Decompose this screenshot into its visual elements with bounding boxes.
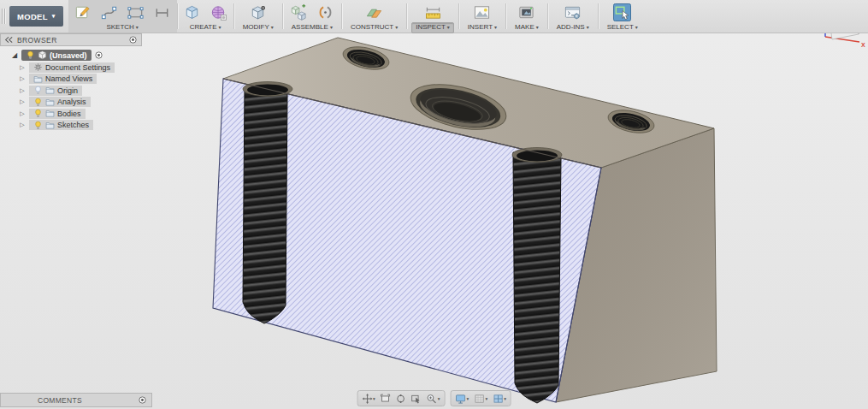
browser-title: BROWSER [17, 36, 125, 44]
comments-panel[interactable]: COMMENTS [0, 393, 152, 407]
visibility-bulb-icon[interactable] [33, 98, 43, 107]
collapse-panel-icon[interactable] [4, 35, 14, 44]
toolbar-menu-modify[interactable]: MODIFY▾ [239, 22, 278, 33]
workspace-switcher[interactable]: MODEL ▾ [9, 6, 63, 27]
create-sketch-button[interactable] [73, 2, 93, 22]
panel-options-icon[interactable] [138, 395, 147, 405]
browser-item-label: Analysis [57, 98, 86, 106]
toolbar-menu-label: ASSEMBLE [292, 23, 328, 32]
chevron-down-icon: ▾ [52, 13, 56, 20]
expand-icon[interactable]: ▷ [18, 110, 27, 118]
toolbar-menu-insert[interactable]: INSERT▾ [464, 22, 501, 33]
insert-image-icon [473, 3, 491, 21]
threaded-hole-right-section[interactable] [512, 148, 562, 404]
chevron-down-icon: ▾ [536, 23, 539, 32]
new-component-icon [290, 3, 308, 21]
form-button[interactable] [209, 2, 229, 22]
top-toolbar: MODEL ▾ SKETCH▾CREATE▾MODIFY▾ASSEMBLE▾CO… [0, 0, 868, 33]
gear-icon [33, 62, 43, 72]
document-name: (Unsaved) [50, 51, 87, 60]
extrude-button[interactable] [182, 2, 203, 22]
construction-plane-button[interactable] [364, 2, 385, 22]
toolbar-group-make: MAKE▾ [506, 0, 547, 33]
viewports-button[interactable]: ▾ [493, 394, 506, 404]
measure-button[interactable] [422, 2, 443, 22]
browser-item-bar[interactable]: Sketches [29, 120, 93, 130]
toolbar-menu-construct[interactable]: CONSTRUCT▾ [346, 22, 402, 33]
orbit-button[interactable] [396, 394, 406, 404]
toolbar-menu-create[interactable]: CREATE▾ [186, 22, 226, 33]
expand-icon[interactable]: ▷ [18, 121, 27, 129]
joint-button[interactable] [315, 2, 335, 22]
toolbar-menu-select[interactable]: SELECT▾ [603, 22, 642, 33]
zoom-button[interactable]: ▾ [427, 394, 440, 404]
toolbar-menu-make[interactable]: MAKE▾ [511, 22, 543, 33]
browser-item-document-settings[interactable]: ▷Document Settings [0, 62, 142, 74]
construction-plane-icon [365, 3, 383, 21]
expand-icon[interactable]: ▷ [18, 86, 27, 95]
window-select-icon [613, 3, 631, 21]
browser-item-origin[interactable]: ▷Origin [0, 85, 142, 97]
spline-icon [100, 3, 118, 21]
threaded-hole-left-section[interactable] [243, 82, 292, 324]
toolbar-menu-sketch[interactable]: SKETCH▾ [102, 22, 142, 33]
scripts-addins-button[interactable] [563, 2, 583, 22]
slot-button[interactable] [152, 2, 173, 22]
browser-item-bar[interactable]: Document Settings [29, 62, 115, 73]
browser-item-sketches[interactable]: ▷Sketches [0, 120, 142, 132]
panel-options-icon[interactable] [128, 35, 138, 44]
3d-print-button[interactable] [517, 2, 537, 22]
toolbar-menu-inspect[interactable]: INSPECT▾ [411, 22, 454, 33]
rectangle-icon [127, 3, 145, 21]
orbit-icon [396, 394, 406, 404]
browser-item-bodies[interactable]: ▷Bodies [0, 108, 142, 120]
visibility-bulb-icon[interactable] [26, 50, 35, 60]
toolbar-menu-add-ins[interactable]: ADD-INS▾ [552, 22, 593, 33]
visibility-bulb-icon[interactable] [33, 121, 43, 130]
toolbar-menu-label: INSPECT [416, 23, 446, 32]
browser-item-bar[interactable]: Named Views [29, 74, 97, 84]
expand-icon[interactable]: ▷ [18, 74, 27, 83]
browser-item-bar[interactable]: Bodies [29, 109, 86, 119]
zoom-icon [427, 394, 437, 404]
browser-item-label: Origin [57, 86, 78, 95]
expand-icon[interactable]: ▷ [18, 98, 27, 106]
grid-snaps-button[interactable]: ▾ [474, 394, 487, 404]
expand-icon[interactable]: ▷ [18, 63, 27, 72]
browser-item-named-views[interactable]: ▷Named Views [0, 74, 142, 86]
browser-root-item[interactable]: (Unsaved) [21, 50, 92, 61]
insert-image-button[interactable] [472, 2, 493, 22]
activate-component-icon[interactable] [94, 50, 103, 60]
toolbar-group-assemble: ASSEMBLE▾ [283, 0, 341, 33]
new-component-button[interactable] [288, 2, 309, 22]
x-axis-label: X [861, 42, 865, 48]
press-pull-button[interactable] [248, 2, 269, 22]
press-pull-icon [249, 3, 267, 21]
toolbar-group-modify: MODIFY▾ [234, 0, 282, 33]
viewports-icon [493, 394, 503, 404]
visibility-bulb-icon[interactable] [33, 109, 43, 118]
browser-item-bar[interactable]: Origin [29, 86, 82, 96]
chevron-down-icon: ▾ [635, 23, 638, 32]
fit-button[interactable] [381, 394, 391, 404]
browser-root-row[interactable]: ◢(Unsaved) [0, 49, 142, 62]
fit-icon [381, 394, 391, 404]
expand-icon[interactable]: ◢ [10, 51, 19, 60]
rectangle-button[interactable] [126, 2, 146, 22]
visibility-bulb-icon[interactable] [33, 86, 43, 95]
look-at-icon [411, 394, 422, 404]
toolbar-menu-assemble[interactable]: ASSEMBLE▾ [287, 22, 337, 33]
toolbar-menu-label: SELECT [607, 23, 634, 32]
browser-item-label: Bodies [57, 110, 81, 118]
browser-item-label: Named Views [45, 74, 92, 83]
look-at-button[interactable] [411, 394, 422, 404]
toolbar-group-insert: INSERT▾ [459, 0, 505, 33]
display-settings-button[interactable]: ▾ [456, 394, 469, 404]
browser-item-bar[interactable]: Analysis [29, 97, 91, 107]
spline-button[interactable] [99, 2, 120, 22]
toolbar-grip[interactable] [0, 0, 8, 33]
window-select-button[interactable] [612, 2, 633, 22]
pan-button[interactable]: ▾ [362, 394, 375, 404]
browser-item-analysis[interactable]: ▷Analysis [0, 97, 142, 109]
chevron-down-icon: ▾ [373, 396, 375, 401]
